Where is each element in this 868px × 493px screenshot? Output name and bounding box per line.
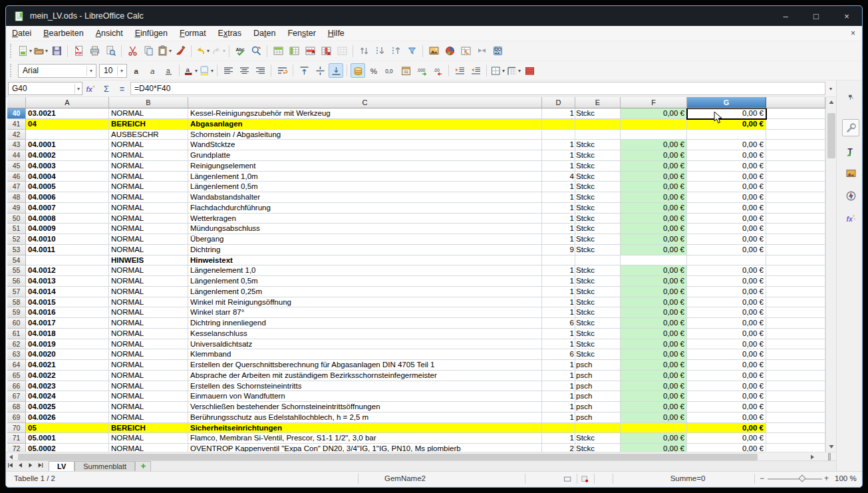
cell-C54[interactable]: Hinweistext	[188, 255, 542, 266]
maximize-button[interactable]: □	[801, 6, 831, 26]
row-header-67[interactable]: 67	[7, 391, 26, 402]
cell-B57[interactable]: NORMAL	[109, 287, 188, 297]
menu-format[interactable]: Format	[174, 27, 212, 39]
row-header-71[interactable]: 71	[7, 433, 26, 444]
cell-G57[interactable]: 0,00 €	[687, 287, 766, 297]
cell-H71[interactable]	[766, 433, 825, 444]
sort-icon[interactable]	[357, 44, 371, 59]
cell-G69[interactable]: 0,00 €	[687, 412, 766, 423]
cell-H66[interactable]	[766, 381, 825, 392]
scroll-up-icon[interactable]	[826, 97, 837, 108]
zoom-in-icon[interactable]: +	[824, 474, 829, 483]
cell-E64[interactable]: psch	[575, 360, 621, 371]
cell-A68[interactable]: 04.0025	[26, 402, 109, 412]
sidebar-settings-icon[interactable]	[842, 91, 859, 103]
percent-format-icon[interactable]: %	[366, 63, 381, 78]
cell-G51[interactable]: 0,00 €	[687, 224, 766, 234]
cell-D40[interactable]: 1	[542, 108, 575, 119]
align-right-icon[interactable]	[253, 63, 267, 78]
cell-C57[interactable]: Längenlement 0,25m	[188, 287, 542, 297]
cell-E57[interactable]: Stckc	[575, 287, 621, 297]
cell-G60[interactable]: 0,00 €	[687, 318, 766, 329]
cell-F56[interactable]: 0,00 €	[621, 276, 687, 287]
cell-G46[interactable]: 0,00 €	[687, 172, 766, 182]
cell-G43[interactable]: 0,00 €	[687, 140, 766, 150]
cell-F66[interactable]: 0,00 €	[621, 381, 687, 392]
find-replace-icon[interactable]	[249, 44, 263, 59]
row-header-56[interactable]: 56	[7, 276, 26, 287]
row-header-64[interactable]: 64	[7, 360, 26, 371]
cell-B40[interactable]: NORMAL	[109, 108, 188, 119]
cell-E66[interactable]: psch	[575, 381, 621, 392]
row-header-59[interactable]: 59	[7, 307, 26, 318]
cell-A66[interactable]: 04.0023	[26, 381, 109, 392]
cell-G45[interactable]: 0,00 €	[687, 161, 766, 172]
cell-D50[interactable]: 1	[542, 214, 575, 224]
cell-B64[interactable]: NORMAL	[109, 360, 188, 371]
insert-image-icon[interactable]	[426, 44, 441, 59]
functions-sidebar-icon[interactable]: fx	[842, 210, 859, 227]
zoom-slider[interactable]	[768, 478, 822, 480]
cell-C53[interactable]: Dichtring	[188, 245, 542, 255]
cell-H64[interactable]	[766, 360, 825, 371]
cell-H45[interactable]	[766, 161, 825, 172]
cell-C47[interactable]: Längenlement 0,5m	[188, 182, 542, 192]
delete-decimal-icon[interactable]: .00	[430, 63, 445, 78]
copy-icon[interactable]	[141, 44, 156, 59]
cell-C48[interactable]: Wandabstandshalter	[188, 192, 542, 203]
row-header-45[interactable]: 45	[7, 161, 26, 172]
cell-A43[interactable]: 04.0001	[26, 140, 109, 150]
highlight-color-icon[interactable]: ▾	[199, 63, 214, 78]
cell-E48[interactable]: Stckc	[575, 192, 621, 203]
cell-A65[interactable]: 04.0022	[26, 371, 109, 381]
cell-H54[interactable]	[766, 255, 825, 266]
cell-B54[interactable]: HINWEIS	[109, 255, 188, 266]
cell-C58[interactable]: Winkel mit Reinigungsöffnung	[188, 297, 542, 308]
cell-A72[interactable]: 05.0002	[26, 444, 109, 452]
cell-F65[interactable]: 0,00 €	[621, 371, 687, 381]
wrap-text-icon[interactable]	[275, 63, 289, 78]
cell-A70[interactable]: 05	[26, 423, 109, 434]
delete-column-icon[interactable]	[319, 44, 333, 59]
cell-B50[interactable]: NORMAL	[109, 214, 188, 224]
cell-B42[interactable]: AUSBESCHR	[109, 130, 188, 140]
cell-G62[interactable]: 0,00 €	[687, 339, 766, 350]
draw-functions-icon[interactable]	[490, 44, 505, 59]
cut-icon[interactable]	[125, 44, 140, 59]
cell-E67[interactable]: psch	[575, 391, 621, 402]
expand-formula-bar-icon[interactable]: ▾	[825, 86, 836, 92]
cell-D69[interactable]: 1	[542, 412, 575, 423]
cell-D65[interactable]: 1	[542, 371, 575, 381]
row-header-66[interactable]: 66	[7, 381, 26, 392]
row-header-41[interactable]: 41	[7, 119, 26, 130]
cell-F69[interactable]: 0,00 €	[621, 412, 687, 423]
row-header-52[interactable]: 52	[7, 234, 26, 245]
cell-D66[interactable]: 1	[542, 381, 575, 392]
cell-G58[interactable]: 0,00 €	[687, 297, 766, 308]
cell-E61[interactable]: Stckc	[575, 329, 621, 339]
border-style-icon[interactable]: ▾	[506, 63, 521, 78]
formula-input[interactable]: =D40*F40	[130, 82, 825, 95]
cell-D46[interactable]: 4	[542, 172, 575, 182]
cell-A61[interactable]: 04.0018	[26, 329, 109, 339]
print-preview-icon[interactable]	[103, 44, 118, 59]
cell-H62[interactable]	[766, 339, 825, 350]
bold-icon[interactable]: a	[129, 63, 144, 78]
cell-C64[interactable]: Erstellen der Querschnittsberechnung für…	[188, 360, 542, 371]
cell-H68[interactable]	[766, 402, 825, 412]
cell-C43[interactable]: WandStcktze	[188, 140, 542, 150]
scroll-down-icon[interactable]	[826, 441, 837, 452]
align-left-icon[interactable]	[221, 63, 235, 78]
print-icon[interactable]	[87, 44, 102, 59]
cell-E69[interactable]: psch	[575, 412, 621, 423]
sort-descending-icon[interactable]	[372, 44, 387, 59]
cell-C50[interactable]: Wetterkragen	[188, 214, 542, 224]
row-header-70[interactable]: 70	[7, 423, 26, 434]
cell-H50[interactable]	[766, 214, 825, 224]
cell-G55[interactable]: 0,00 €	[687, 265, 766, 276]
cell-H58[interactable]	[766, 297, 825, 308]
cell-H51[interactable]	[766, 224, 825, 234]
row-header-55[interactable]: 55	[7, 265, 26, 276]
cell-C45[interactable]: Reinigungselement	[188, 161, 542, 172]
cell-E60[interactable]: Stckc	[575, 318, 621, 329]
